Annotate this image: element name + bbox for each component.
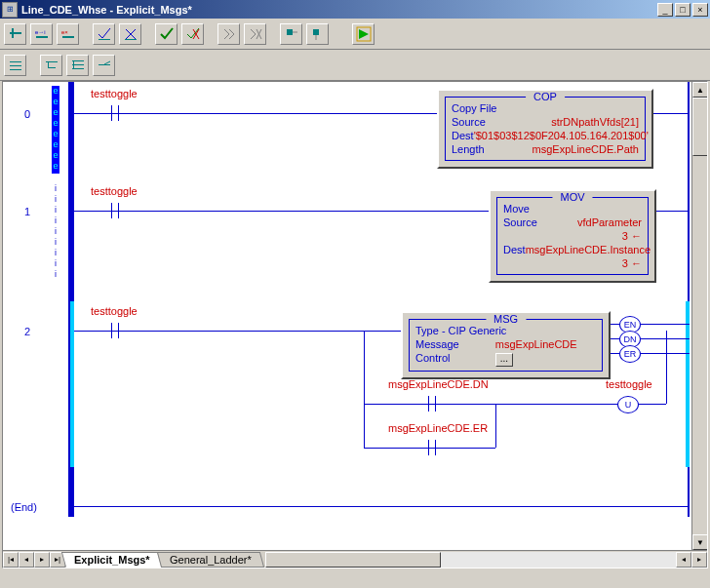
end-rung-wire (74, 506, 690, 507)
ladder-view[interactable]: 0 e e e e e e e e testtoggle COP Copy Fi… (3, 82, 707, 568)
svg-rect-8 (287, 29, 293, 35)
rung-selection-right (686, 301, 690, 467)
branch-wire (495, 404, 496, 448)
hscroll-left-button[interactable]: ◂ (676, 552, 691, 568)
contact-tag[interactable]: testtoggle (91, 88, 138, 99)
rung-selection-left (70, 301, 74, 467)
contact-tag[interactable]: testtoggle (91, 305, 138, 317)
instruction-mnemonic: MOV (552, 191, 592, 203)
tab-explicit-msgs[interactable]: Explicit_Msgs* (61, 552, 163, 568)
rung-wire (74, 211, 489, 212)
xic-contact[interactable] (422, 438, 442, 457)
svg-rect-14 (46, 61, 58, 62)
msg-instruction[interactable]: MSG Type - CIP Generic Message Controlms… (401, 311, 611, 379)
tab-prev-button[interactable]: ◂ (19, 552, 34, 568)
test-accept-button[interactable] (217, 23, 240, 45)
verify-cancel-button[interactable] (181, 23, 204, 45)
msg-config-button[interactable]: ... (495, 353, 513, 367)
mov-instruction[interactable]: MOV Move SourcevfdParameter 3 ← DestmsgE… (489, 189, 656, 283)
download-button[interactable] (306, 23, 329, 45)
titlebar: ⊞ Line_CDE_Whse - Explicit_Msgs* _ □ × (0, 0, 710, 19)
svg-rect-12 (10, 65, 21, 66)
branch-wire (666, 331, 667, 404)
cop-instruction[interactable]: COP Copy File SourcestrDNpathVfds[21] De… (437, 89, 653, 169)
rung-wire (641, 324, 690, 325)
svg-rect-6 (99, 39, 110, 40)
svg-rect-15 (48, 61, 49, 67)
rung-wire (611, 338, 619, 339)
branch-level-button[interactable] (66, 55, 89, 76)
branch-tool-button[interactable] (40, 55, 62, 76)
instruction-mnemonic: COP (526, 91, 565, 102)
test-cancel-button[interactable] (244, 23, 266, 45)
accept-edit-button[interactable] (93, 23, 115, 45)
scroll-up-button[interactable]: ▲ (692, 82, 708, 98)
coil-tag[interactable]: testtoggle (606, 378, 652, 390)
contact-tag[interactable]: testtoggle (91, 185, 138, 197)
scroll-down-button[interactable]: ▼ (692, 534, 708, 550)
edit-rung-button[interactable] (4, 23, 26, 45)
rung-wire (611, 324, 619, 325)
close-button[interactable]: × (692, 3, 708, 17)
go-online-button[interactable] (280, 23, 302, 45)
insert-rung-button[interactable]: e→i (30, 23, 53, 45)
verify-button[interactable] (155, 23, 178, 45)
rung-wire (641, 338, 690, 339)
otu-coil[interactable]: U (617, 396, 639, 413)
sheet-tabs: |◂ ◂ ▸ ▸| Explicit_Msgs* General_Ladder*… (3, 550, 707, 568)
rung-insert-flag: i i i i i i i i i (52, 183, 59, 281)
window-title: Line_CDE_Whse - Explicit_Msgs* (21, 4, 657, 16)
horizontal-scrollbar[interactable] (265, 552, 676, 568)
hscroll-thumb[interactable] (265, 552, 441, 568)
instruction-mnemonic: MSG (486, 313, 526, 325)
svg-rect-11 (10, 61, 21, 62)
svg-rect-20 (73, 60, 74, 69)
er-output: ER (619, 345, 641, 363)
rung-number[interactable]: 1 (3, 206, 52, 217)
app-icon: ⊞ (2, 2, 18, 18)
run-button[interactable] (352, 23, 375, 45)
svg-rect-9 (313, 29, 319, 35)
tab-first-button[interactable]: |◂ (3, 552, 19, 568)
delete-edit-button[interactable]: e× (57, 23, 79, 45)
hscroll-right-button[interactable]: ▸ (691, 552, 707, 568)
contact-tag[interactable]: msgExpLineCDE.DN (388, 378, 489, 390)
element-tool-button[interactable] (93, 55, 115, 76)
vertical-scrollbar[interactable]: ▲ ▼ (691, 82, 707, 550)
rung-number[interactable]: 0 (3, 108, 52, 120)
svg-rect-13 (10, 69, 21, 70)
rung-wire (641, 353, 690, 354)
ladder-workspace: 0 e e e e e e e e testtoggle COP Copy Fi… (2, 81, 708, 568)
xic-contact[interactable] (422, 394, 442, 413)
minimize-button[interactable]: _ (657, 3, 673, 17)
toolbar-1: e→i e× (0, 19, 710, 50)
cancel-edit-button[interactable] (119, 23, 141, 45)
xic-contact[interactable] (105, 103, 125, 123)
xic-contact[interactable] (105, 201, 125, 220)
rung-wire (74, 113, 437, 114)
xic-contact[interactable] (105, 321, 125, 340)
rung-wire (611, 353, 619, 354)
toolbar-2 (0, 50, 710, 81)
branch-wire (364, 331, 365, 448)
contact-tag[interactable]: msgExpLineCDE.ER (388, 422, 488, 434)
svg-text:e→i: e→i (35, 29, 46, 35)
tab-nav: |◂ ◂ ▸ ▸| (3, 552, 65, 568)
svg-rect-1 (12, 28, 14, 38)
svg-rect-7 (125, 39, 137, 40)
svg-text:e×: e× (61, 29, 68, 35)
tab-general-ladder[interactable]: General_Ladder* (156, 552, 263, 568)
svg-rect-5 (62, 36, 74, 38)
scroll-thumb[interactable] (692, 98, 708, 156)
rung-number[interactable]: 2 (3, 326, 52, 337)
svg-rect-3 (36, 36, 48, 38)
rung-wire (656, 211, 690, 212)
svg-rect-16 (48, 67, 56, 68)
rung-tool-button[interactable] (4, 55, 26, 76)
maximize-button[interactable]: □ (675, 3, 690, 17)
window-buttons: _ □ × (657, 3, 708, 17)
rung-edit-flag: e e e e e e e e (52, 86, 59, 174)
end-label: (End) (11, 501, 37, 513)
tab-next-button[interactable]: ▸ (34, 552, 50, 568)
rung-wire (653, 113, 690, 114)
